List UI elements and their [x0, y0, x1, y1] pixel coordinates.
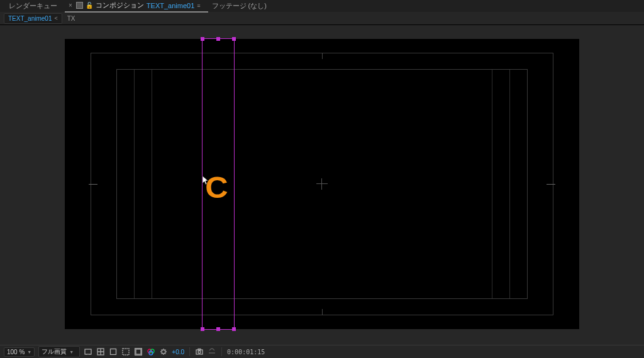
resize-handle-bm[interactable] — [216, 327, 220, 331]
left-center-tick — [89, 184, 97, 185]
resize-handle-tm[interactable] — [216, 37, 220, 41]
grid-line — [134, 70, 135, 298]
zoom-dropdown[interactable]: 100 % ▼ — [4, 347, 35, 357]
snapshot-icon[interactable] — [195, 347, 204, 356]
bottom-center-tick — [322, 309, 323, 315]
chevron-left-icon: < — [54, 15, 57, 21]
resize-handle-br[interactable] — [232, 327, 236, 331]
exposure-reset-icon[interactable] — [159, 347, 168, 356]
svg-rect-4 — [136, 349, 141, 354]
close-icon[interactable]: × — [69, 2, 72, 9]
zoom-value: 100 % — [7, 349, 25, 355]
tab-label-name: TEXT_anime01 — [147, 2, 194, 9]
grid-line — [152, 70, 152, 298]
svg-rect-2 — [111, 349, 116, 355]
guides-grid-icon[interactable] — [134, 347, 143, 356]
breadcrumb-label: TEXT_anime01 — [8, 15, 52, 22]
tab-composition[interactable]: × 🔓 コンポジション TEXT_anime01 ≡ — [65, 0, 208, 13]
grid-line — [509, 70, 510, 298]
text-layer-glyph[interactable]: C — [205, 173, 228, 203]
channel-icon[interactable] — [147, 347, 155, 356]
svg-point-9 — [162, 350, 165, 354]
separator — [221, 347, 222, 356]
resolution-value: フル画質 — [42, 347, 67, 356]
comp-thumb-icon — [76, 2, 83, 9]
panel-tab-bar: レンダーキュー × 🔓 コンポジション TEXT_anime01 ≡ フッテージ… — [0, 0, 644, 12]
mask-toggle-icon[interactable] — [109, 347, 118, 356]
separator — [189, 347, 190, 356]
lock-icon[interactable]: 🔓 — [86, 2, 93, 9]
svg-rect-0 — [85, 349, 91, 354]
chevron-down-icon: ▼ — [27, 350, 31, 354]
comp-breadcrumb-bar: TEXT_anime01 < TX — [0, 12, 644, 25]
right-center-tick — [547, 184, 555, 185]
composition-viewer[interactable]: C — [0, 25, 644, 345]
breadcrumb-child[interactable]: TX — [65, 14, 78, 23]
current-timecode[interactable]: 0:00:01:15 — [227, 349, 265, 355]
viewer-footer-bar: 100 % ▼ フル画質 ▼ +0.0 0:00:01:15 — [0, 345, 644, 358]
svg-point-11 — [198, 351, 201, 354]
transparency-grid-icon[interactable] — [96, 347, 105, 356]
tab-label: レンダーキュー — [9, 1, 57, 11]
resolution-dropdown[interactable]: フル画質 ▼ — [38, 346, 80, 357]
tab-label-prefix: コンポジション — [96, 1, 144, 10]
fast-preview-icon[interactable] — [84, 347, 92, 356]
breadcrumb-label: TX — [67, 15, 75, 22]
top-center-tick — [322, 53, 323, 59]
svg-rect-3 — [123, 349, 129, 355]
action-safe-guide — [116, 69, 528, 299]
panel-menu-icon[interactable]: ≡ — [197, 3, 200, 9]
chevron-down-icon: ▼ — [69, 350, 74, 354]
show-snapshot-icon[interactable] — [208, 347, 216, 356]
tab-footage[interactable]: フッテージ (なし) — [208, 0, 274, 12]
grid-line — [492, 70, 492, 298]
resize-handle-tr[interactable] — [232, 37, 236, 41]
roi-icon[interactable] — [121, 347, 130, 356]
resize-handle-tl[interactable] — [201, 37, 204, 41]
exposure-value[interactable]: +0.0 — [172, 349, 184, 355]
tab-render-queue[interactable]: レンダーキュー — [5, 0, 65, 12]
resize-handle-bl[interactable] — [201, 327, 204, 331]
tab-label: フッテージ (なし) — [212, 1, 267, 11]
breadcrumb-root[interactable]: TEXT_anime01 < — [4, 13, 62, 24]
composition-canvas[interactable]: C — [65, 39, 579, 329]
